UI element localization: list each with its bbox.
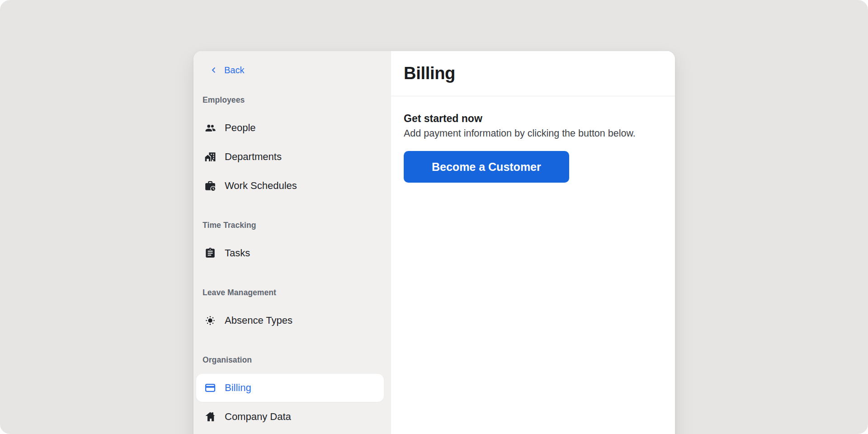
- section-label: Leave Management: [203, 288, 384, 297]
- people-icon: [204, 122, 216, 134]
- sidebar-item-tasks[interactable]: Tasks: [196, 239, 384, 267]
- sidebar-item-label: Billing: [225, 382, 251, 394]
- sidebar-item-label: Absence Types: [225, 315, 292, 326]
- absence-types-icon: [204, 315, 216, 326]
- content-heading: Get started now: [404, 113, 662, 125]
- sidebar-item-label: People: [225, 122, 256, 134]
- content-description: Add payment information by clicking the …: [404, 128, 662, 139]
- billing-icon: [204, 382, 216, 394]
- departments-icon: [204, 151, 216, 163]
- settings-sidebar: Back EmployeesPeopleDepartmentsWork Sche…: [193, 51, 391, 434]
- main-panel: Billing Get started now Add payment info…: [391, 51, 675, 434]
- sidebar-item-label: Work Schedules: [225, 180, 297, 192]
- main-header: Billing: [391, 51, 675, 96]
- section-label: Organisation: [203, 355, 384, 365]
- sidebar-item-label: Tasks: [225, 247, 250, 259]
- work-schedules-icon: [204, 180, 216, 192]
- sidebar-item-company-data[interactable]: Company Data: [196, 403, 384, 431]
- sidebar-item-work-schedules[interactable]: Work Schedules: [196, 172, 384, 200]
- sidebar-item-label: Company Data: [225, 411, 291, 423]
- sidebar-nav: EmployeesPeopleDepartmentsWork Schedules…: [196, 95, 384, 431]
- become-customer-button[interactable]: Become a Customer: [404, 151, 569, 183]
- company-data-icon: [204, 411, 216, 423]
- section-label: Time Tracking: [203, 221, 384, 230]
- sidebar-item-people[interactable]: People: [196, 114, 384, 142]
- page-title: Billing: [404, 64, 455, 83]
- sidebar-item-label: Departments: [225, 151, 282, 163]
- sidebar-item-billing[interactable]: Billing: [196, 374, 384, 402]
- tasks-icon: [204, 247, 216, 259]
- chevron-left-icon: [210, 66, 218, 74]
- back-label: Back: [224, 65, 244, 75]
- main-content: Get started now Add payment information …: [391, 96, 675, 183]
- settings-card: Back EmployeesPeopleDepartmentsWork Sche…: [193, 51, 675, 434]
- section-label: Employees: [203, 95, 384, 105]
- back-button[interactable]: Back: [210, 64, 244, 76]
- app-screen: Back EmployeesPeopleDepartmentsWork Sche…: [0, 0, 868, 434]
- sidebar-item-departments[interactable]: Departments: [196, 143, 384, 171]
- sidebar-item-absence-types[interactable]: Absence Types: [196, 307, 384, 335]
